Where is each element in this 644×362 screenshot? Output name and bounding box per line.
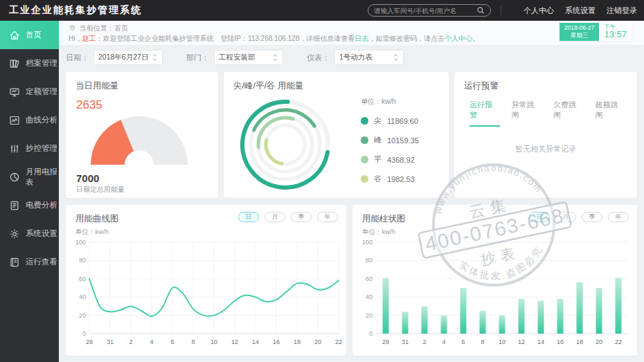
tab-month[interactable]: 月 <box>555 212 576 222</box>
svg-text:4: 4 <box>150 338 153 345</box>
card-title: 运行预警 <box>464 80 499 92</box>
monitor-icon <box>9 87 20 98</box>
legend-dot <box>361 156 368 163</box>
alert-empty-text: 暂无相关异常记录 <box>454 144 637 154</box>
svg-text:31: 31 <box>402 338 409 345</box>
welcome-ip: 登陆IP：113.268.106.128，详细信息请查看 <box>213 35 355 42</box>
svg-text:0: 0 <box>369 330 373 337</box>
time-block: 下午 13:57 <box>599 23 632 41</box>
pie-chart-icon <box>9 172 20 183</box>
svg-text:0: 0 <box>82 330 86 337</box>
legend-value: 4368.92 <box>387 156 415 164</box>
svg-text:20: 20 <box>314 338 321 345</box>
legend-dot <box>361 117 368 125</box>
sidebar-item-curve[interactable]: 曲线分析 <box>0 106 59 134</box>
search-box[interactable] <box>368 4 491 17</box>
department-select[interactable]: 工程安装部 <box>214 50 283 65</box>
spinner-icon[interactable] <box>393 53 399 62</box>
app-root: { "app": { "title": "工业企业能耗集抄管理系统" }, "h… <box>0 0 644 362</box>
svg-text:16: 16 <box>557 338 564 345</box>
filter-date: 日期： 2018年6月27日 <box>66 50 163 65</box>
sidebar-item-system-settings[interactable]: 系统设置 <box>0 219 59 248</box>
legend-value: 11869.60 <box>387 117 418 125</box>
tab-operation-alert[interactable]: 运行预警 <box>469 100 500 127</box>
sidebar-item-archive[interactable]: 档案管理 <box>0 49 59 78</box>
svg-text:60: 60 <box>79 275 86 282</box>
svg-text:18: 18 <box>576 338 583 345</box>
rings-chart <box>236 96 334 194</box>
svg-text:12: 12 <box>518 338 525 345</box>
svg-text:4: 4 <box>442 338 445 345</box>
sidebar-item-label: 抄控管理 <box>26 143 57 154</box>
date-value: 2018-06-27 <box>564 24 594 32</box>
spinner-icon[interactable] <box>272 53 278 62</box>
weekday-value: 星期三 <box>564 32 594 39</box>
gauge-quota-value: 7000 <box>76 172 99 184</box>
link-settings[interactable]: 系统设置 <box>565 6 596 16</box>
svg-text:12: 12 <box>231 338 238 345</box>
tab-quarter[interactable]: 季 <box>291 212 312 222</box>
legend-value: 1982.53 <box>387 175 415 183</box>
spinner-icon[interactable] <box>152 53 158 62</box>
sidebar-item-quota[interactable]: 定额管理 <box>0 78 59 106</box>
top-strip: 当前位置： 首页 Hi，赵工：欢迎登陆工业企业能耗集抄管理系统 登陆IP：113… <box>59 21 644 46</box>
search-icon[interactable] <box>476 6 485 15</box>
sidebar-item-label: 电费分析 <box>26 200 57 210</box>
tab-arrears-trip[interactable]: 欠费跳闸 <box>553 100 584 127</box>
rings-legend: 单位：kw/h 尖 11869.60 峰 10159.35 平 4368.92 … <box>361 97 419 184</box>
welcome-user: 赵工： <box>82 35 102 42</box>
svg-text:2: 2 <box>129 338 132 345</box>
svg-text:20: 20 <box>596 338 602 345</box>
sidebar-item-label: 系统设置 <box>26 228 57 239</box>
svg-text:22: 22 <box>615 338 622 345</box>
svg-text:10: 10 <box>211 338 217 345</box>
line-chart: 0204060801002931246810121416182022 <box>69 237 343 349</box>
meter-select[interactable]: 1号动力表 <box>334 50 404 65</box>
sidebar-item-monthly-report[interactable]: 月用电报表 <box>0 163 59 191</box>
tab-month[interactable]: 月 <box>265 212 285 222</box>
profile-link[interactable]: 个人中心 <box>445 35 472 42</box>
sliders-icon <box>9 143 20 154</box>
tab-day[interactable]: 日 <box>529 212 550 222</box>
datetime-widget: 2018-06-27 星期三 下午 13:57 <box>560 23 632 41</box>
location-pin-icon <box>69 24 76 32</box>
filter-meter-label: 仪表： <box>307 53 330 63</box>
tab-year[interactable]: 年 <box>317 212 338 222</box>
app-title: 工业企业能耗集抄管理系统 <box>0 4 142 17</box>
tab-overquota-trip[interactable]: 超额跳闸 <box>596 100 626 127</box>
card-title: 用能曲线图 <box>75 213 119 225</box>
sidebar-item-fee-analysis[interactable]: 电费分析 <box>0 191 59 219</box>
time-value: 13:57 <box>604 30 627 39</box>
tab-day[interactable]: 日 <box>238 212 259 222</box>
link-profile[interactable]: 个人中心 <box>524 6 554 16</box>
search-input[interactable] <box>374 7 476 15</box>
sidebar-item-operation-view[interactable]: 运行查看 <box>0 248 59 276</box>
energy-curve-card: 用能曲线图 日 月 季 年 单位：kw/h 020406080100293124… <box>66 205 346 356</box>
breadcrumb-label: 当前位置： <box>80 24 114 33</box>
tab-year[interactable]: 年 <box>608 212 629 222</box>
tab-quarter[interactable]: 季 <box>582 212 602 222</box>
svg-text:10: 10 <box>499 338 506 345</box>
date-select[interactable]: 2018年6月27日 <box>93 50 163 65</box>
legend-item-valley: 谷 1982.53 <box>361 174 419 184</box>
svg-text:40: 40 <box>366 293 373 300</box>
link-logout[interactable]: 注销登录 <box>607 6 637 16</box>
header-right: 个人中心 系统设置 注销登录 <box>368 0 637 21</box>
sidebar: 首页 档案管理 定额管理 曲线分析 抄控管理 月用电报表 电费分析 系统设置 运… <box>0 21 59 362</box>
svg-text:40: 40 <box>79 293 86 300</box>
line-period-tabs: 日 月 季 年 <box>233 212 338 222</box>
breadcrumb-value[interactable]: 首页 <box>114 24 128 33</box>
tab-abnormal-trip[interactable]: 异常跳闸 <box>512 100 542 127</box>
svg-text:29: 29 <box>382 338 389 345</box>
energy-bar-card: 用能柱状图 日 月 季 年 单位：kw/h 020406080100293124… <box>352 205 637 356</box>
alert-tabs: 运行预警 异常跳闸 欠费跳闸 超额跳闸 <box>469 100 637 127</box>
journal-icon <box>9 257 20 268</box>
log-link[interactable]: 日志 <box>355 35 368 42</box>
legend-label: 平 <box>374 154 382 165</box>
legend-value: 10159.35 <box>387 136 419 145</box>
sidebar-item-meter-control[interactable]: 抄控管理 <box>0 134 59 163</box>
department-select-value: 工程安装部 <box>219 53 256 62</box>
filter-department-label: 部门： <box>186 53 209 63</box>
sidebar-item-home[interactable]: 首页 <box>0 21 59 49</box>
curve-chart-icon <box>9 115 20 126</box>
